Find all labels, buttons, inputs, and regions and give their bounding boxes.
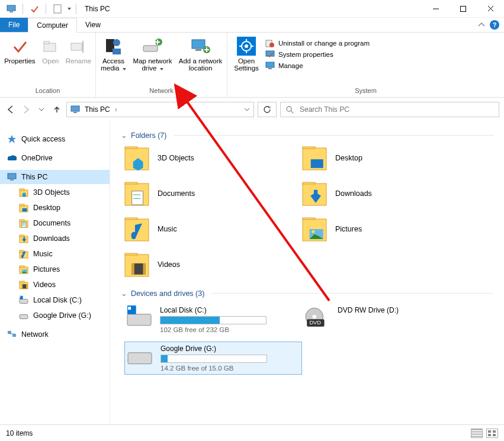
nav-child-item[interactable]: Downloads <box>0 231 110 246</box>
folder-item[interactable]: Music <box>124 217 302 242</box>
address-bar[interactable]: This PC › <box>66 102 254 117</box>
nav-this-pc[interactable]: This PC <box>0 170 110 184</box>
nav-quick-access[interactable]: Quick access <box>0 132 110 146</box>
properties-icon <box>9 36 30 56</box>
svg-rect-80 <box>125 218 137 220</box>
qat-properties-icon[interactable] <box>28 2 41 15</box>
ribbon-open-button: Open <box>40 36 62 65</box>
rename-icon <box>68 36 88 56</box>
ribbon-access-media-button[interactable]: Access media <box>99 36 127 72</box>
videos-icon <box>124 252 149 277</box>
folder-item[interactable]: Documents <box>124 181 302 206</box>
svg-rect-2 <box>54 5 61 13</box>
ribbon-open-settings-button[interactable]: Open Settings <box>231 36 262 72</box>
tab-computer[interactable]: Computer <box>28 18 77 33</box>
uninstall-icon <box>265 38 275 48</box>
documents-icon <box>19 218 28 228</box>
drive-item[interactable]: DVDDVD RW Drive (D:) <box>302 304 480 336</box>
nav-child-item[interactable]: Videos <box>0 278 110 292</box>
address-dropdown-icon[interactable] <box>244 107 250 112</box>
nav-recent-dropdown[interactable] <box>36 104 47 115</box>
svg-rect-59 <box>26 284 27 288</box>
search-input[interactable] <box>298 105 494 114</box>
view-large-button[interactable] <box>486 429 498 438</box>
nav-child-item[interactable]: 3D Objects <box>0 185 110 199</box>
minimize-button[interactable] <box>422 0 450 18</box>
nav-child-item[interactable]: Pictures <box>0 262 110 276</box>
svg-rect-82 <box>303 218 315 220</box>
map-network-drive-icon <box>142 36 162 56</box>
collapse-ribbon-icon[interactable] <box>478 21 485 28</box>
videos-icon <box>19 280 28 289</box>
tab-view[interactable]: View <box>77 18 109 32</box>
folder-item[interactable]: Pictures <box>302 217 480 242</box>
view-details-button[interactable] <box>471 429 483 438</box>
drive-item[interactable]: Google Drive (G:)14.2 GB free of 15.0 GB <box>124 342 302 375</box>
folder-item[interactable]: Videos <box>124 252 302 277</box>
qat-dropdown-icon[interactable] <box>68 8 71 10</box>
svg-rect-70 <box>303 147 315 149</box>
svg-point-12 <box>113 39 120 46</box>
ribbon-map-network-drive-button[interactable]: Map network drive <box>131 36 174 72</box>
svg-rect-30 <box>268 68 272 69</box>
ribbon-manage-button[interactable]: Manage <box>265 61 370 70</box>
ribbon-group-location: Location <box>4 87 92 96</box>
this-pc-icon <box>70 105 80 114</box>
ribbon-add-network-location-button[interactable]: Add a network location <box>178 36 223 72</box>
svg-rect-1 <box>9 11 13 12</box>
ribbon-properties-button[interactable]: Properties <box>4 36 36 65</box>
svg-rect-14 <box>143 46 158 51</box>
svg-rect-48 <box>20 235 24 237</box>
help-icon[interactable]: ? <box>490 20 499 30</box>
ribbon-uninstall-button[interactable]: Uninstall or change a program <box>265 38 370 48</box>
svg-rect-38 <box>20 189 24 191</box>
svg-rect-101 <box>493 434 496 436</box>
refresh-button[interactable] <box>258 102 277 117</box>
nav-forward-button[interactable] <box>20 104 32 115</box>
folder-item[interactable]: Desktop <box>302 146 480 170</box>
nav-child-item[interactable]: Desktop <box>0 201 110 215</box>
nav-child-item[interactable]: Music <box>0 247 110 261</box>
nav-up-button[interactable] <box>51 104 63 115</box>
svg-rect-89 <box>143 263 146 275</box>
svg-rect-78 <box>303 182 315 184</box>
svg-rect-0 <box>7 5 15 11</box>
maximize-button[interactable] <box>450 0 477 18</box>
svg-rect-17 <box>195 49 201 51</box>
ribbon-system-properties-button[interactable]: System properties <box>265 50 370 59</box>
qat-new-icon[interactable] <box>51 2 64 15</box>
svg-rect-4 <box>461 6 466 11</box>
pictures-icon <box>19 265 28 274</box>
add-network-location-icon <box>191 36 211 56</box>
nav-onedrive[interactable]: OneDrive <box>0 151 110 165</box>
open-icon <box>40 36 60 56</box>
search-box[interactable] <box>280 102 499 117</box>
drive-usage-bar <box>160 355 267 363</box>
svg-rect-36 <box>10 179 14 181</box>
svg-text:DVD: DVD <box>309 320 321 326</box>
svg-rect-52 <box>20 266 24 268</box>
tab-file[interactable]: File <box>0 18 28 32</box>
section-folders-header[interactable]: ⌄ Folders (7) <box>121 131 493 140</box>
svg-point-27 <box>269 43 274 47</box>
quick-access-icon <box>7 134 17 144</box>
nav-child-item[interactable]: Google Drive (G:) <box>0 308 110 323</box>
folder-item[interactable]: 3D Objects <box>124 146 302 170</box>
nav-child-item[interactable]: Documents <box>0 216 110 230</box>
svg-rect-88 <box>132 263 134 275</box>
svg-rect-63 <box>20 314 28 318</box>
music-icon <box>124 217 149 242</box>
drive-item[interactable]: Local Disk (C:)102 GB free of 232 GB <box>124 304 302 336</box>
nav-child-item[interactable]: Local Disk (C:) <box>0 293 110 307</box>
ribbon-group-system: System <box>231 87 500 96</box>
nav-network[interactable]: Network <box>0 327 110 342</box>
close-button[interactable] <box>477 0 504 18</box>
svg-rect-86 <box>125 253 137 255</box>
svg-rect-41 <box>23 208 27 212</box>
folder-item[interactable]: Downloads <box>302 181 480 206</box>
search-icon <box>285 105 294 114</box>
section-drives-header[interactable]: ⌄ Devices and drives (3) <box>121 289 493 298</box>
nav-back-button[interactable] <box>5 104 17 115</box>
svg-rect-68 <box>125 147 137 149</box>
svg-rect-100 <box>488 434 491 436</box>
